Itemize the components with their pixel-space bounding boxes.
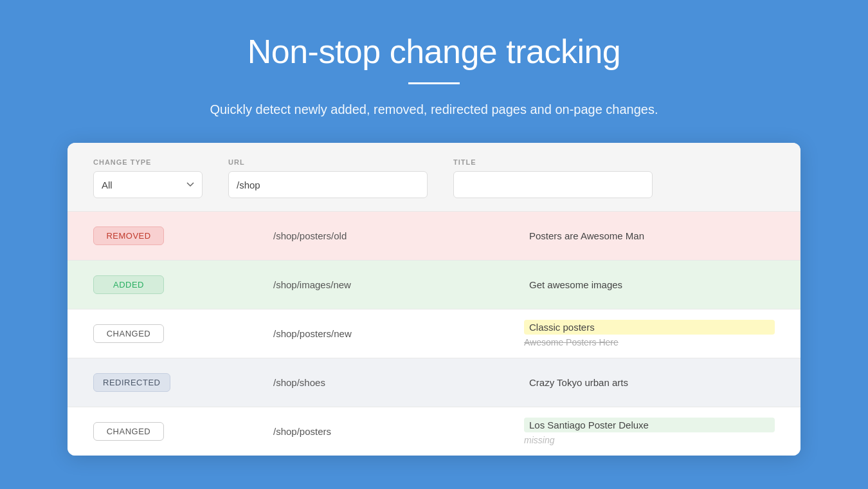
- title-col: Los Santiago Poster Deluxe missing: [524, 418, 775, 445]
- change-type-select[interactable]: All Removed Added Changed Redirected: [93, 171, 203, 198]
- url-label: URL: [228, 158, 428, 166]
- changed-badge: CHANGED: [93, 324, 164, 343]
- removed-badge: REMOVED: [93, 226, 164, 245]
- filter-change-type-group: CHANGE TYPE All Removed Added Changed Re…: [93, 158, 203, 198]
- main-card: CHANGE TYPE All Removed Added Changed Re…: [68, 143, 800, 456]
- redirected-badge: REDIRECTED: [93, 373, 170, 392]
- table-row: REDIRECTED /shop/shoes Crazy Tokyo urban…: [68, 358, 800, 407]
- title-input[interactable]: [453, 171, 653, 198]
- url-value: /shop/posters/new: [273, 328, 352, 339]
- data-rows: REMOVED /shop/posters/old Posters are Aw…: [68, 211, 800, 456]
- filter-url-group: URL: [228, 158, 428, 198]
- title-current: Crazy Tokyo urban arts: [524, 375, 775, 390]
- url-col: /shop/shoes: [273, 377, 524, 388]
- filter-title-group: TITLE: [453, 158, 653, 198]
- url-value: /shop/images/new: [273, 279, 351, 290]
- url-col: /shop/posters/old: [273, 230, 524, 241]
- title-current: Posters are Awesome Man: [524, 228, 775, 243]
- title-col: Crazy Tokyo urban arts: [524, 375, 775, 390]
- title-old: Awesome Posters Here: [524, 337, 775, 347]
- badge-col: CHANGED: [93, 422, 273, 441]
- filter-row: CHANGE TYPE All Removed Added Changed Re…: [68, 143, 800, 211]
- url-input[interactable]: [228, 171, 428, 198]
- url-value: /shop/shoes: [273, 377, 325, 388]
- title-current: Los Santiago Poster Deluxe: [524, 418, 775, 432]
- url-col: /shop/images/new: [273, 279, 524, 290]
- url-value: /shop/posters: [273, 426, 331, 437]
- url-col: /shop/posters: [273, 426, 524, 437]
- title-label: TITLE: [453, 158, 653, 166]
- hero-divider: [408, 82, 460, 84]
- change-type-label: CHANGE TYPE: [93, 158, 203, 166]
- badge-col: REDIRECTED: [93, 373, 273, 392]
- title-col: Get awesome images: [524, 277, 775, 292]
- table-row: REMOVED /shop/posters/old Posters are Aw…: [68, 211, 800, 260]
- hero-title: Non-stop change tracking: [13, 32, 855, 71]
- title-col: Posters are Awesome Man: [524, 228, 775, 243]
- url-value: /shop/posters/old: [273, 230, 347, 241]
- title-col: Classic posters Awesome Posters Here: [524, 320, 775, 347]
- title-current: Get awesome images: [524, 277, 775, 292]
- hero-subtitle: Quickly detect newly added, removed, red…: [13, 102, 855, 117]
- hero-section: Non-stop change tracking Quickly detect …: [0, 0, 868, 143]
- badge-col: ADDED: [93, 275, 273, 294]
- badge-col: CHANGED: [93, 324, 273, 343]
- title-missing: missing: [524, 435, 775, 445]
- table-row: CHANGED /shop/posters Los Santiago Poste…: [68, 407, 800, 456]
- added-badge: ADDED: [93, 275, 164, 294]
- badge-col: REMOVED: [93, 226, 273, 245]
- changed-badge: CHANGED: [93, 422, 164, 441]
- title-current: Classic posters: [524, 320, 775, 335]
- url-col: /shop/posters/new: [273, 328, 524, 339]
- table-row: CHANGED /shop/posters/new Classic poster…: [68, 309, 800, 358]
- table-row: ADDED /shop/images/new Get awesome image…: [68, 260, 800, 309]
